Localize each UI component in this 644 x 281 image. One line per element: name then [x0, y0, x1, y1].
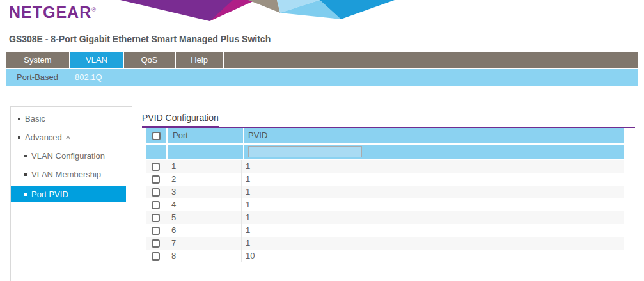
- sidebar-item-label: Advanced: [25, 131, 62, 144]
- bullet-icon: [18, 136, 20, 139]
- column-header-pvid: PVID: [244, 128, 624, 143]
- pvid-table: Port PVID 1 1 2 1 3: [146, 128, 624, 262]
- pvid-cell: 1: [242, 211, 624, 224]
- tab-vlan[interactable]: VLAN: [70, 52, 124, 68]
- bullet-icon: [24, 155, 27, 157]
- table-row: 4 1: [146, 198, 624, 211]
- port-cell: 3: [166, 186, 242, 198]
- device-title: GS308E - 8-Port Gigabit Ethernet Smart M…: [9, 34, 271, 44]
- row-checkbox[interactable]: [152, 175, 160, 184]
- row-checkbox[interactable]: [152, 201, 160, 209]
- port-cell: 2: [166, 173, 242, 186]
- sidebar-item-advanced[interactable]: Advanced: [11, 131, 132, 144]
- pvid-cell: 1: [242, 224, 624, 237]
- filter-checkbox-cell: [146, 145, 166, 159]
- port-cell: 4: [166, 198, 242, 211]
- section-header-rule: PVID Configuration: [142, 112, 635, 128]
- port-cell: 8: [166, 250, 242, 262]
- tab-system[interactable]: System: [6, 52, 70, 68]
- subnav-item-port-based[interactable]: Port-Based: [17, 69, 58, 86]
- sidebar-item-label: Port PVID: [31, 186, 68, 202]
- bullet-icon: [24, 173, 27, 176]
- netgear-logo-text: NETGEAR: [9, 3, 91, 21]
- pvid-cell: 1: [242, 173, 624, 186]
- pvid-cell: 1: [242, 237, 624, 250]
- header-checkbox-cell: [146, 128, 166, 143]
- bullet-icon: [24, 193, 27, 196]
- sidebar: Basic Advanced VLAN Configuration VLAN M…: [10, 106, 132, 281]
- sidebar-item-vlan-membership[interactable]: VLAN Membership: [11, 168, 132, 181]
- table-filter-row: [146, 145, 624, 159]
- table-row: 3 1: [146, 186, 624, 198]
- port-cell: 7: [166, 237, 242, 250]
- sidebar-item-label: VLAN Membership: [31, 168, 101, 181]
- table-row: 6 1: [146, 224, 624, 237]
- main-navbar: System VLAN QoS Help: [6, 52, 638, 68]
- chevron-up-icon: [66, 136, 70, 140]
- sidebar-item-basic[interactable]: Basic: [11, 112, 132, 125]
- row-checkbox[interactable]: [152, 239, 160, 248]
- select-all-checkbox[interactable]: [152, 132, 161, 140]
- netgear-logo: NETGEAR®: [9, 3, 97, 22]
- tab-help[interactable]: Help: [176, 52, 224, 68]
- pvid-input[interactable]: [248, 146, 362, 157]
- table-row: 1 1: [146, 160, 624, 173]
- subnav-item-8021q[interactable]: 802.1Q: [75, 69, 102, 86]
- port-cell: 6: [166, 224, 242, 237]
- row-checkbox[interactable]: [152, 163, 160, 171]
- table-row: 2 1: [146, 173, 624, 186]
- page-title: PVID Configuration: [142, 113, 219, 128]
- column-header-port: Port: [168, 128, 243, 143]
- row-checkbox[interactable]: [152, 227, 160, 235]
- tab-qos[interactable]: QoS: [124, 52, 176, 68]
- main-content: PVID Configuration Port PVID 1 1: [142, 112, 635, 128]
- table-row: 8 10: [146, 250, 624, 262]
- filter-port-cell: [168, 145, 243, 159]
- registered-mark: ®: [91, 6, 97, 13]
- row-checkbox[interactable]: [152, 188, 160, 197]
- sidebar-item-label: VLAN Configuration: [31, 149, 105, 163]
- pvid-cell: 1: [242, 160, 624, 173]
- bullet-icon: [18, 118, 20, 120]
- table-row: 5 1: [146, 211, 624, 224]
- filter-pvid-cell: [244, 145, 624, 159]
- port-cell: 1: [166, 160, 242, 173]
- pvid-cell: 1: [242, 198, 624, 211]
- sidebar-item-label: Basic: [25, 112, 45, 125]
- pvid-cell: 10: [242, 250, 624, 262]
- sidebar-item-vlan-configuration[interactable]: VLAN Configuration: [11, 149, 132, 163]
- vlan-subnav: Port-Based 802.1Q: [6, 69, 638, 86]
- row-checkbox[interactable]: [152, 214, 160, 222]
- header-banner-graphic: [107, 0, 397, 22]
- sidebar-item-port-pvid[interactable]: Port PVID: [11, 186, 126, 202]
- row-checkbox[interactable]: [152, 252, 160, 261]
- pvid-cell: 1: [242, 186, 624, 198]
- table-header-row: Port PVID: [146, 128, 624, 143]
- port-cell: 5: [166, 211, 242, 224]
- table-row: 7 1: [146, 237, 624, 250]
- table-body: 1 1 2 1 3 1 4 1 5 1: [146, 160, 624, 262]
